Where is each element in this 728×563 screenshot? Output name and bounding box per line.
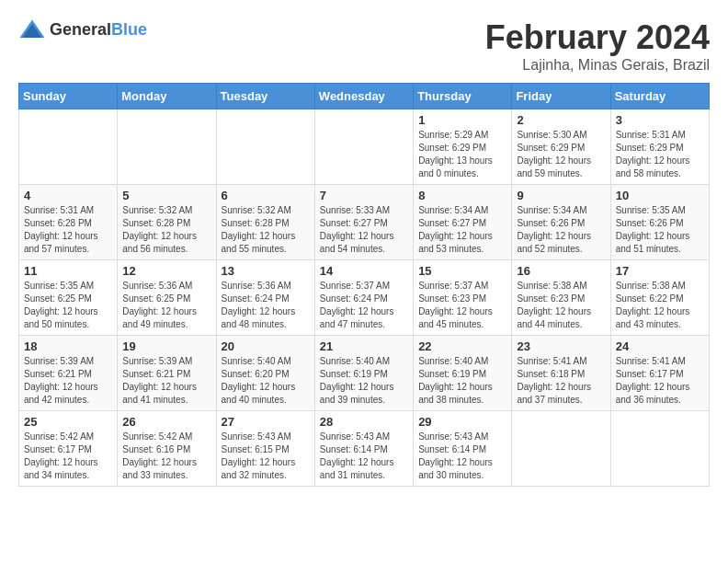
day-number: 18 [24, 339, 112, 353]
calendar-cell [118, 109, 216, 185]
day-info: Sunrise: 5:29 AMSunset: 6:29 PMDaylight:… [418, 129, 506, 180]
day-info: Sunrise: 5:34 AMSunset: 6:27 PMDaylight:… [418, 204, 506, 256]
calendar-cell: 2Sunrise: 5:30 AMSunset: 6:29 PMDaylight… [512, 109, 610, 185]
day-info: Sunrise: 5:43 AMSunset: 6:15 PMDaylight:… [222, 431, 310, 482]
day-info: Sunrise: 5:39 AMSunset: 6:21 PMDaylight:… [122, 355, 210, 407]
calendar-cell: 11Sunrise: 5:35 AMSunset: 6:25 PMDayligh… [19, 260, 118, 336]
calendar-cell: 22Sunrise: 5:40 AMSunset: 6:19 PMDayligh… [414, 336, 512, 411]
day-number: 6 [222, 189, 310, 202]
day-info: Sunrise: 5:34 AMSunset: 6:26 PMDaylight:… [517, 204, 605, 256]
day-info: Sunrise: 5:42 AMSunset: 6:17 PMDaylight:… [24, 431, 112, 482]
calendar-cell: 10Sunrise: 5:35 AMSunset: 6:26 PMDayligh… [610, 185, 709, 260]
day-number: 8 [418, 189, 506, 202]
calendar-cell: 21Sunrise: 5:40 AMSunset: 6:19 PMDayligh… [314, 336, 413, 411]
calendar-cell: 18Sunrise: 5:39 AMSunset: 6:21 PMDayligh… [19, 336, 118, 411]
day-info: Sunrise: 5:31 AMSunset: 6:29 PMDaylight:… [616, 129, 704, 180]
day-number: 19 [122, 339, 210, 353]
calendar-cell: 16Sunrise: 5:38 AMSunset: 6:23 PMDayligh… [512, 260, 610, 336]
calendar-cell: 26Sunrise: 5:42 AMSunset: 6:16 PMDayligh… [118, 411, 216, 487]
calendar-cell [19, 109, 118, 185]
day-info: Sunrise: 5:39 AMSunset: 6:21 PMDaylight:… [24, 355, 112, 407]
title-section: February 2024 Lajinha, Minas Gerais, Bra… [485, 18, 710, 74]
day-info: Sunrise: 5:35 AMSunset: 6:25 PMDaylight:… [24, 280, 112, 331]
logo-blue: Blue [111, 20, 147, 39]
calendar-week-4: 18Sunrise: 5:39 AMSunset: 6:21 PMDayligh… [19, 336, 710, 411]
day-info: Sunrise: 5:30 AMSunset: 6:29 PMDaylight:… [517, 129, 605, 180]
day-info: Sunrise: 5:43 AMSunset: 6:14 PMDaylight:… [320, 431, 408, 482]
day-number: 13 [222, 264, 310, 278]
day-number: 25 [24, 415, 112, 429]
day-number: 4 [24, 189, 112, 202]
calendar-table: Sunday Monday Tuesday Wednesday Thursday… [18, 83, 710, 487]
month-title: February 2024 [485, 18, 710, 57]
header-monday: Monday [118, 84, 216, 109]
day-number: 24 [616, 339, 704, 353]
calendar-cell: 1Sunrise: 5:29 AMSunset: 6:29 PMDaylight… [414, 109, 512, 185]
calendar-cell [512, 411, 610, 487]
day-info: Sunrise: 5:42 AMSunset: 6:16 PMDaylight:… [122, 431, 210, 482]
day-info: Sunrise: 5:38 AMSunset: 6:23 PMDaylight:… [517, 280, 605, 331]
day-number: 1 [418, 113, 506, 127]
day-number: 15 [418, 264, 506, 278]
calendar-cell: 14Sunrise: 5:37 AMSunset: 6:24 PMDayligh… [314, 260, 413, 336]
calendar-cell: 23Sunrise: 5:41 AMSunset: 6:18 PMDayligh… [512, 336, 610, 411]
day-info: Sunrise: 5:36 AMSunset: 6:25 PMDaylight:… [122, 280, 210, 331]
header-saturday: Saturday [610, 84, 709, 109]
calendar-cell: 4Sunrise: 5:31 AMSunset: 6:28 PMDaylight… [19, 185, 118, 260]
calendar-cell: 7Sunrise: 5:33 AMSunset: 6:27 PMDaylight… [314, 185, 413, 260]
calendar-week-3: 11Sunrise: 5:35 AMSunset: 6:25 PMDayligh… [19, 260, 710, 336]
logo-icon [18, 18, 46, 40]
calendar-cell: 15Sunrise: 5:37 AMSunset: 6:23 PMDayligh… [414, 260, 512, 336]
calendar-cell: 25Sunrise: 5:42 AMSunset: 6:17 PMDayligh… [19, 411, 118, 487]
calendar-cell [314, 109, 413, 185]
day-number: 27 [222, 415, 310, 429]
calendar-cell: 5Sunrise: 5:32 AMSunset: 6:28 PMDaylight… [118, 185, 216, 260]
calendar-cell: 3Sunrise: 5:31 AMSunset: 6:29 PMDaylight… [610, 109, 709, 185]
day-info: Sunrise: 5:40 AMSunset: 6:20 PMDaylight:… [222, 355, 310, 407]
day-info: Sunrise: 5:31 AMSunset: 6:28 PMDaylight:… [24, 204, 112, 256]
calendar-cell [610, 411, 709, 487]
calendar-cell: 28Sunrise: 5:43 AMSunset: 6:14 PMDayligh… [314, 411, 413, 487]
logo-general: General [50, 20, 111, 39]
day-info: Sunrise: 5:40 AMSunset: 6:19 PMDaylight:… [418, 355, 506, 407]
calendar-cell: 24Sunrise: 5:41 AMSunset: 6:17 PMDayligh… [610, 336, 709, 411]
location-title: Lajinha, Minas Gerais, Brazil [485, 57, 710, 74]
calendar-cell: 17Sunrise: 5:38 AMSunset: 6:22 PMDayligh… [610, 260, 709, 336]
calendar-cell: 19Sunrise: 5:39 AMSunset: 6:21 PMDayligh… [118, 336, 216, 411]
calendar-cell: 6Sunrise: 5:32 AMSunset: 6:28 PMDaylight… [216, 185, 314, 260]
day-number: 21 [320, 339, 408, 353]
day-number: 5 [122, 189, 210, 202]
day-number: 16 [517, 264, 605, 278]
day-info: Sunrise: 5:41 AMSunset: 6:18 PMDaylight:… [517, 355, 605, 407]
header-thursday: Thursday [414, 84, 512, 109]
day-info: Sunrise: 5:41 AMSunset: 6:17 PMDaylight:… [616, 355, 704, 407]
day-number: 10 [616, 189, 704, 202]
day-info: Sunrise: 5:38 AMSunset: 6:22 PMDaylight:… [616, 280, 704, 331]
calendar-cell: 8Sunrise: 5:34 AMSunset: 6:27 PMDaylight… [414, 185, 512, 260]
calendar-cell: 12Sunrise: 5:36 AMSunset: 6:25 PMDayligh… [118, 260, 216, 336]
day-number: 28 [320, 415, 408, 429]
day-info: Sunrise: 5:32 AMSunset: 6:28 PMDaylight:… [222, 204, 310, 256]
calendar-cell: 9Sunrise: 5:34 AMSunset: 6:26 PMDaylight… [512, 185, 610, 260]
calendar-week-1: 1Sunrise: 5:29 AMSunset: 6:29 PMDaylight… [19, 109, 710, 185]
calendar-cell: 20Sunrise: 5:40 AMSunset: 6:20 PMDayligh… [216, 336, 314, 411]
page-header: GeneralBlue February 2024 Lajinha, Minas… [18, 18, 710, 74]
day-number: 11 [24, 264, 112, 278]
day-info: Sunrise: 5:43 AMSunset: 6:14 PMDaylight:… [418, 431, 506, 482]
day-number: 29 [418, 415, 506, 429]
day-number: 9 [517, 189, 605, 202]
day-info: Sunrise: 5:37 AMSunset: 6:23 PMDaylight:… [418, 280, 506, 331]
day-number: 23 [517, 339, 605, 353]
calendar-cell: 29Sunrise: 5:43 AMSunset: 6:14 PMDayligh… [414, 411, 512, 487]
day-number: 7 [320, 189, 408, 202]
day-info: Sunrise: 5:37 AMSunset: 6:24 PMDaylight:… [320, 280, 408, 331]
calendar-cell: 13Sunrise: 5:36 AMSunset: 6:24 PMDayligh… [216, 260, 314, 336]
day-info: Sunrise: 5:32 AMSunset: 6:28 PMDaylight:… [122, 204, 210, 256]
calendar-week-2: 4Sunrise: 5:31 AMSunset: 6:28 PMDaylight… [19, 185, 710, 260]
calendar-cell [216, 109, 314, 185]
header-row: Sunday Monday Tuesday Wednesday Thursday… [19, 84, 710, 109]
day-info: Sunrise: 5:40 AMSunset: 6:19 PMDaylight:… [320, 355, 408, 407]
day-number: 26 [122, 415, 210, 429]
logo: GeneralBlue [18, 18, 147, 40]
day-number: 2 [517, 113, 605, 127]
